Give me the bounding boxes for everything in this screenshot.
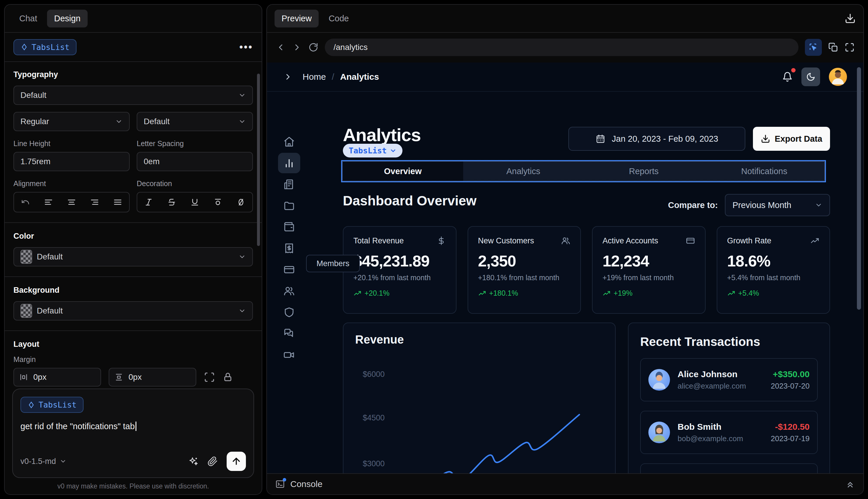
strikethrough-icon[interactable]: [168, 198, 176, 207]
transaction-avatar: [648, 422, 670, 443]
rail-video[interactable]: [278, 345, 300, 365]
align-left-icon[interactable]: [44, 198, 53, 207]
inspect-element-button[interactable]: [805, 39, 822, 56]
underline-icon[interactable]: [190, 198, 199, 207]
line-height-label: Line Height: [13, 139, 130, 148]
transaction-row[interactable]: Alice Johnson alice@example.com +$350.00…: [640, 358, 818, 401]
letter-spacing-input[interactable]: 0em: [137, 152, 253, 171]
forward-icon[interactable]: [292, 42, 302, 52]
overline-icon[interactable]: [213, 198, 222, 207]
transactions-title: Recent Transactions: [640, 335, 818, 349]
theme-toggle-button[interactable]: [802, 68, 820, 86]
chevron-down-icon: [238, 253, 246, 260]
composer-input[interactable]: get rid of the "notifications" tab: [21, 422, 246, 431]
rail-messages[interactable]: [278, 324, 300, 344]
lock-margin-icon[interactable]: [223, 372, 233, 382]
rail-members[interactable]: [278, 281, 300, 301]
notifications-bell-button[interactable]: [782, 72, 793, 82]
font-family-select[interactable]: Default: [13, 86, 253, 105]
chevrons-up-icon[interactable]: [845, 479, 855, 489]
rail-security[interactable]: [278, 302, 300, 322]
sparkles-icon[interactable]: [188, 456, 199, 466]
rail-credit-card[interactable]: [278, 259, 300, 280]
no-decoration-icon[interactable]: [237, 198, 245, 207]
sidebar-expand-icon[interactable]: [283, 72, 293, 82]
date-range-button[interactable]: Jan 20, 2023 - Feb 09, 2023: [568, 127, 745, 151]
color-swatch-icon: [21, 250, 32, 264]
background-select[interactable]: Default: [13, 301, 253, 320]
composer-component-chip[interactable]: TabsList: [21, 397, 84, 413]
export-data-button[interactable]: Export Data: [753, 127, 830, 151]
back-icon[interactable]: [276, 42, 286, 52]
tab-analytics[interactable]: Analytics: [463, 161, 584, 181]
rail-folder[interactable]: [278, 195, 300, 216]
tab-overview[interactable]: Overview: [343, 161, 463, 181]
breadcrumb-home[interactable]: Home: [302, 72, 326, 82]
dollar-icon: [437, 236, 446, 245]
refresh-icon[interactable]: [308, 42, 318, 52]
letter-spacing-label: Letter Spacing: [137, 139, 253, 148]
users-icon: [283, 285, 295, 297]
rail-receipt[interactable]: [278, 238, 300, 258]
console-label: Console: [290, 479, 322, 489]
y-tick: $4500: [363, 413, 385, 423]
selected-component-chip[interactable]: TabsList: [13, 39, 76, 55]
shield-icon: [283, 306, 295, 318]
y-tick: $3000: [363, 459, 385, 468]
chat-composer[interactable]: TabsList get rid of the "notifications" …: [12, 389, 254, 478]
preview-scrollbar[interactable]: [857, 67, 861, 310]
undo-icon[interactable]: [21, 198, 30, 207]
transaction-amount: +$350.00: [771, 369, 809, 379]
transaction-avatar: [648, 369, 670, 391]
expand-margin-icon[interactable]: [204, 372, 215, 383]
left-panel-scrollbar[interactable]: [257, 74, 260, 246]
trend-up-icon: [603, 289, 611, 297]
tabs-list: Overview Analytics Reports Notifications: [342, 161, 825, 181]
compare-select[interactable]: Previous Month: [725, 194, 830, 216]
tab-reports[interactable]: Reports: [584, 161, 704, 181]
tab-design[interactable]: Design: [47, 10, 87, 27]
selected-element-badge[interactable]: TabsList: [343, 144, 402, 157]
rail-analytics[interactable]: [278, 153, 300, 173]
download-icon[interactable]: [845, 13, 856, 24]
chevron-down-icon: [238, 92, 246, 99]
align-justify-icon[interactable]: [113, 198, 122, 207]
typography-section-label: Typography: [13, 70, 253, 79]
user-avatar[interactable]: [829, 68, 847, 86]
console-bar[interactable]: Console: [267, 473, 863, 494]
send-button[interactable]: [227, 452, 246, 471]
receipt-dollar-icon: [283, 243, 295, 254]
more-menu-button[interactable]: •••: [239, 41, 253, 53]
rail-building[interactable]: [278, 174, 300, 195]
italic-icon[interactable]: [144, 198, 153, 207]
font-weight-select[interactable]: Regular: [13, 112, 130, 131]
color-select[interactable]: Default: [13, 247, 253, 266]
transaction-row[interactable]: Bob Smith bob@example.com -$120.50 2023-…: [640, 411, 818, 454]
rail-wallet[interactable]: [278, 217, 300, 237]
tab-chat[interactable]: Chat: [12, 10, 44, 27]
video-icon: [283, 349, 295, 361]
tab-preview[interactable]: Preview: [274, 10, 319, 27]
trend-up-icon: [727, 289, 735, 297]
font-size-select[interactable]: Default: [137, 112, 253, 131]
preview-viewport: Home / Analytics: [267, 62, 863, 473]
text-caret: [136, 422, 136, 431]
stat-card-total-revenue: Total Revenue $45,231.89 +20.1% from las…: [343, 226, 457, 314]
model-selector[interactable]: v0-1.5-md: [21, 457, 66, 466]
messages-icon: [283, 328, 295, 340]
copy-icon[interactable]: [828, 42, 838, 52]
credit-card-icon: [283, 264, 295, 276]
panel-tabs: Chat Design: [5, 5, 262, 33]
line-height-input[interactable]: 1.75rem: [13, 152, 130, 171]
arrow-up-icon: [231, 456, 241, 466]
url-input[interactable]: /analytics: [325, 39, 798, 56]
tab-notifications[interactable]: Notifications: [704, 161, 825, 181]
rail-home[interactable]: [278, 132, 300, 152]
align-center-icon[interactable]: [67, 198, 76, 207]
fullscreen-icon[interactable]: [845, 42, 855, 52]
margin-x-input[interactable]: 0px: [13, 368, 101, 387]
align-right-icon[interactable]: [90, 198, 99, 207]
attach-icon[interactable]: [207, 456, 218, 466]
tab-code[interactable]: Code: [322, 10, 356, 27]
margin-y-input[interactable]: 0px: [109, 368, 196, 387]
